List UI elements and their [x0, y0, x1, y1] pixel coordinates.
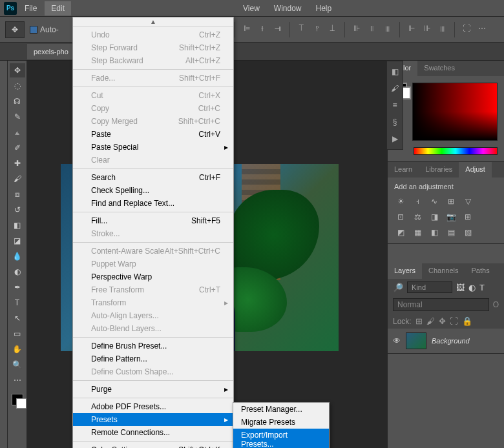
tab-layers[interactable]: Layers [388, 263, 422, 279]
auto-select-checkbox[interactable] [30, 26, 37, 34]
distribute-6-icon[interactable]: ⫼ [436, 22, 449, 35]
menu-view[interactable]: View [236, 1, 266, 15]
menu-item-adobe-pdf-presets[interactable]: Adobe PDF Presets... [73, 400, 233, 413]
blur-tool-icon[interactable]: 💧 [10, 249, 25, 263]
levels-icon[interactable]: ⫞ [411, 196, 424, 207]
align-right-icon[interactable]: ⫣ [271, 22, 284, 35]
curves-icon[interactable]: ∿ [428, 196, 441, 207]
menu-item-content-aware-scale[interactable]: Content-Aware ScaleAlt+Shift+Ctrl+C [73, 245, 233, 258]
menu-item-copy[interactable]: CopyCtrl+C [73, 102, 233, 115]
menu-item-purge[interactable]: Purge▸ [73, 383, 233, 396]
play-panel-icon[interactable]: ▶ [388, 132, 401, 145]
menu-item-define-custom-shape[interactable]: Define Custom Shape... [73, 365, 233, 378]
align-bottom-icon[interactable]: ⟘ [326, 22, 339, 35]
edit-toolbar-icon[interactable]: ⋯ [10, 373, 25, 387]
quick-select-tool-icon[interactable]: ✎ [10, 110, 25, 124]
menu-item-paste[interactable]: PasteCtrl+V [73, 128, 233, 141]
bw-icon[interactable]: ◨ [428, 211, 441, 223]
menu-item-auto-blend-layers[interactable]: Auto-Blend Layers... [73, 322, 233, 335]
align-center-h-icon[interactable]: ⫲ [256, 22, 269, 35]
channel-mixer-icon[interactable]: ⊞ [461, 211, 474, 223]
move-tool-icon[interactable]: ✥ [10, 63, 25, 77]
zoom-tool-icon[interactable]: 🔍 [10, 358, 25, 372]
history-brush-tool-icon[interactable]: ↺ [10, 203, 25, 217]
menu-item-puppet-warp[interactable]: Puppet Warp [73, 258, 233, 270]
menu-item-cut[interactable]: CutCtrl+X [73, 89, 233, 102]
filter-image-icon[interactable]: 🖼 [456, 283, 465, 292]
menu-item-auto-align-layers[interactable]: Auto-Align Layers... [73, 309, 233, 322]
menu-item-remote-connections[interactable]: Remote Connections... [73, 426, 233, 439]
dodge-tool-icon[interactable]: ◐ [10, 265, 25, 279]
distribute-v-icon[interactable]: ⫴ [366, 22, 379, 35]
menu-item-step-backward[interactable]: Step BackwardAlt+Ctrl+Z [73, 54, 233, 67]
layer-row[interactable]: 👁 Background [388, 329, 504, 353]
menu-item-fill[interactable]: Fill...Shift+F5 [73, 214, 233, 227]
filter-type-icon[interactable]: T [479, 283, 485, 292]
submenu-item-export-import-presets[interactable]: Export/Import Presets... [233, 429, 329, 448]
hue-slider[interactable] [414, 147, 498, 155]
menu-item-define-brush-preset[interactable]: Define Brush Preset... [73, 340, 233, 352]
menu-item-check-spelling[interactable]: Check Spelling... [73, 184, 233, 197]
menu-edit[interactable]: Edit [45, 1, 71, 15]
tab-swatches[interactable]: Swatches [417, 61, 461, 76]
char-panel-icon[interactable]: § [388, 116, 401, 128]
distribute-4-icon[interactable]: ⊩ [405, 22, 418, 35]
brightness-icon[interactable]: ☀ [394, 196, 407, 207]
align-left-icon[interactable]: ⊫ [240, 22, 253, 35]
rectangle-tool-icon[interactable]: ▭ [10, 327, 25, 341]
menu-item-stroke[interactable]: Stroke... [73, 227, 233, 240]
brush-panel-icon[interactable]: 🖌 [388, 82, 401, 95]
hue-icon[interactable]: ⊡ [394, 211, 407, 223]
more-icon[interactable]: ⋯ [476, 22, 488, 35]
invert-icon[interactable]: ◩ [394, 227, 407, 238]
stamp-tool-icon[interactable]: ⧈ [10, 187, 25, 201]
color-ramp[interactable] [412, 83, 498, 141]
active-tool-icon[interactable]: ✥ [5, 21, 25, 38]
menu-scroll-up-icon[interactable]: ▲ [73, 17, 233, 26]
lock-transparency-icon[interactable]: ⊞ [415, 316, 423, 326]
eyedropper-tool-icon[interactable]: ✐ [10, 141, 25, 155]
vibrance-icon[interactable]: ▽ [461, 196, 474, 207]
left-collapse-strip[interactable] [0, 61, 8, 448]
layer-kind-filter[interactable]: Kind [407, 281, 452, 293]
brush-tool-icon[interactable]: 🖌 [10, 172, 25, 186]
marquee-tool-icon[interactable]: ◌ [10, 79, 25, 93]
hand-tool-icon[interactable]: ✋ [10, 342, 25, 356]
lasso-tool-icon[interactable]: ☊ [10, 94, 25, 108]
tab-paths[interactable]: Paths [465, 263, 496, 279]
gradient-tool-icon[interactable]: ◪ [10, 234, 25, 248]
exposure-icon[interactable]: ⊞ [445, 196, 457, 207]
tab-channels[interactable]: Channels [422, 263, 465, 279]
type-tool-icon[interactable]: T [10, 296, 25, 310]
photo-filter-icon[interactable]: 📷 [445, 211, 457, 223]
lock-position-icon[interactable]: ✥ [439, 316, 446, 326]
menu-help[interactable]: Help [310, 1, 339, 15]
menu-item-fade[interactable]: Fade...Shift+Ctrl+F [73, 72, 233, 85]
visibility-icon[interactable]: 👁 [393, 336, 401, 345]
lock-all-icon[interactable]: 🔒 [462, 316, 472, 326]
lock-pixels-icon[interactable]: 🖌 [426, 316, 435, 326]
menu-item-paste-special[interactable]: Paste Special▸ [73, 141, 233, 154]
submenu-item-migrate-presets[interactable]: Migrate Presets [233, 416, 329, 429]
align-center-v-icon[interactable]: ⫯ [311, 22, 324, 35]
balance-icon[interactable]: ⚖ [411, 211, 424, 223]
menu-item-define-pattern[interactable]: Define Pattern... [73, 352, 233, 365]
menu-item-perspective-warp[interactable]: Perspective Warp [73, 270, 233, 283]
distribute-h-icon[interactable]: ⊪ [350, 22, 363, 35]
threshold-icon[interactable]: ◧ [428, 227, 441, 238]
foreground-background-swatch[interactable] [12, 394, 23, 405]
tab-learn[interactable]: Learn [388, 162, 419, 178]
healing-tool-icon[interactable]: ✚ [10, 156, 25, 170]
paragraph-panel-icon[interactable]: ≡ [388, 99, 401, 112]
blend-mode-select[interactable]: Normal [393, 298, 489, 311]
menu-item-find-and-replace-text[interactable]: Find and Replace Text... [73, 197, 233, 210]
tab-libraries[interactable]: Libraries [419, 162, 459, 178]
menu-file[interactable]: File [18, 1, 43, 15]
3d-mode-icon[interactable]: ⛶ [460, 22, 473, 35]
gradient-map-icon[interactable]: ▤ [445, 227, 457, 238]
lock-artboard-icon[interactable]: ⛶ [450, 316, 458, 326]
pen-tool-icon[interactable]: ✒ [10, 280, 25, 294]
path-select-tool-icon[interactable]: ↖ [10, 311, 25, 325]
menu-item-clear[interactable]: Clear [73, 154, 233, 167]
menu-item-undo[interactable]: UndoCtrl+Z [73, 28, 233, 41]
